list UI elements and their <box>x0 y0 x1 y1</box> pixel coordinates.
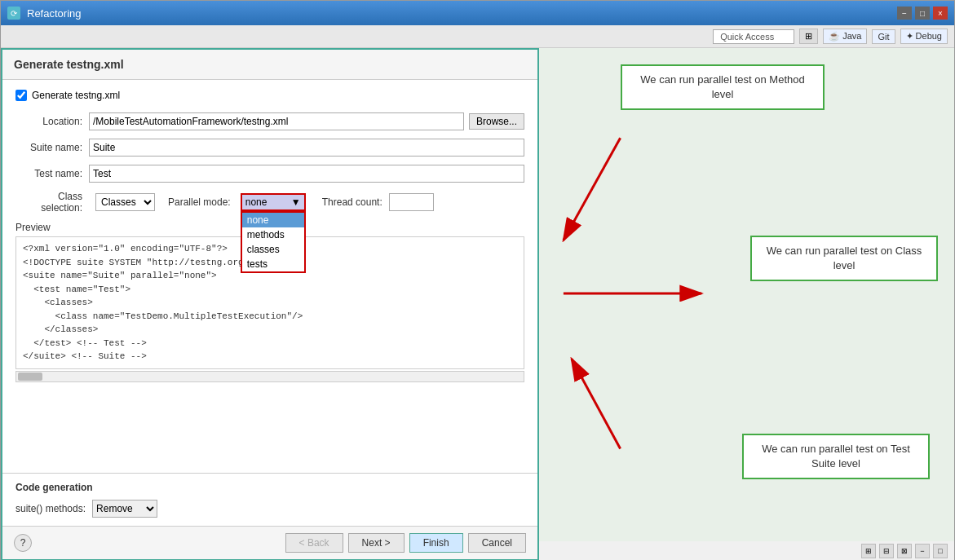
annotation-bottom-text: We can run parallel test on Test Suite l… <box>762 443 910 470</box>
dialog-content: Generate testng.xml Location: Browse... … <box>2 80 537 473</box>
secondary-btn-1[interactable]: ⊞ <box>861 544 876 558</box>
code-gen-row: suite() methods: Remove Keep Generate <box>15 500 524 518</box>
window-controls: − □ × <box>897 7 948 20</box>
location-row: Location: Browse... <box>15 112 524 130</box>
annotation-middle: We can run parallel test on Class level <box>750 236 938 281</box>
dialog-footer: ? < Back Next > Finish Cancel <box>2 526 537 559</box>
parallel-option-tests[interactable]: tests <box>242 257 304 271</box>
generate-checkbox-row: Generate testng.xml <box>15 90 524 101</box>
class-selection-label: Class selection: <box>15 191 89 214</box>
footer-left: ? <box>14 534 32 552</box>
test-input[interactable] <box>89 165 524 183</box>
parallel-option-methods[interactable]: methods <box>242 227 304 242</box>
java-perspective-button[interactable]: ☕ Java <box>823 29 867 44</box>
dropdown-arrow-icon: ▼ <box>291 196 301 208</box>
finish-button[interactable]: Finish <box>409 533 463 553</box>
close-button[interactable]: × <box>933 7 948 20</box>
annotation-panel: We can run parallel test on Method level… <box>539 48 954 560</box>
svg-line-1 <box>564 138 621 240</box>
browse-button[interactable]: Browse... <box>469 113 524 130</box>
suite-methods-dropdown[interactable]: Remove Keep Generate <box>92 500 157 518</box>
scrollbar-thumb <box>18 373 42 381</box>
maximize-button[interactable]: □ <box>915 7 930 20</box>
suite-methods-label: suite() methods: <box>15 503 86 514</box>
next-button[interactable]: Next > <box>348 533 405 553</box>
class-parallel-row: Class selection: Classes Methods Tests P… <box>15 191 524 214</box>
quick-access-input[interactable]: Quick Access <box>713 29 794 44</box>
toolbar-icon-1[interactable]: ⊞ <box>799 29 818 44</box>
parallel-mode-dropdown-container: none ▼ none methods classes tests <box>241 193 306 211</box>
minimize-button[interactable]: − <box>897 7 912 20</box>
git-perspective-button[interactable]: Git <box>872 29 895 44</box>
annotation-top-text: We can run parallel test on Method level <box>640 73 804 100</box>
main-window: ⟳ Refactoring − □ × Quick Access ⊞ ☕ Jav… <box>0 0 955 560</box>
parallel-mode-options: none methods classes tests <box>241 211 306 273</box>
eclipse-toolbar-right: Quick Access ⊞ ☕ Java Git ✦ Debug <box>713 29 948 44</box>
app-icon: ⟳ <box>7 7 20 20</box>
cancel-button[interactable]: Cancel <box>468 533 526 553</box>
annotation-top: We can run parallel test on Method level <box>621 64 825 110</box>
code-gen-section: Code generation suite() methods: Remove … <box>2 473 537 526</box>
location-input[interactable] <box>89 112 464 130</box>
dialog-title: Generate testng.xml <box>14 58 526 71</box>
annotation-middle-text: We can run parallel test on Class level <box>767 245 922 271</box>
debug-perspective-button[interactable]: ✦ Debug <box>900 29 948 44</box>
annotation-bottom: We can run parallel test on Test Suite l… <box>742 434 930 479</box>
window-title: Refactoring <box>27 7 81 20</box>
generate-checkbox-label: Generate testng.xml <box>32 90 120 101</box>
secondary-btn-4[interactable]: − <box>915 544 930 558</box>
thread-count-label: Thread count: <box>322 196 382 208</box>
svg-line-3 <box>572 359 621 448</box>
test-name-row: Test name: <box>15 165 524 183</box>
title-bar-left: ⟳ Refactoring <box>7 7 81 20</box>
suite-label: Suite name: <box>15 142 89 153</box>
parallel-mode-label: Parallel mode: <box>168 196 231 208</box>
parallel-mode-selected[interactable]: none ▼ <box>241 193 306 211</box>
title-bar: ⟳ Refactoring − □ × <box>1 1 954 25</box>
generate-checkbox[interactable] <box>15 90 27 101</box>
code-gen-title: Code generation <box>15 482 524 493</box>
location-label: Location: <box>15 116 89 127</box>
test-label: Test name: <box>15 168 89 179</box>
class-selection-dropdown[interactable]: Classes Methods Tests <box>95 193 155 211</box>
dialog-header: Generate testng.xml <box>2 50 537 80</box>
parallel-option-none[interactable]: none <box>242 213 304 227</box>
preview-scrollbar[interactable] <box>15 371 524 382</box>
parallel-option-classes[interactable]: classes <box>242 242 304 257</box>
secondary-btn-2[interactable]: ⊟ <box>879 544 894 558</box>
main-area: Generate testng.xml Generate testng.xml … <box>1 48 954 560</box>
footer-right: < Back Next > Finish Cancel <box>285 533 526 553</box>
parallel-selected-text: none <box>245 196 267 208</box>
eclipse-toolbar: Quick Access ⊞ ☕ Java Git ✦ Debug <box>1 25 954 48</box>
secondary-btn-3[interactable]: ⊠ <box>897 544 912 558</box>
secondary-btn-5[interactable]: □ <box>933 544 948 558</box>
suite-name-row: Suite name: <box>15 139 524 157</box>
arrow-overlay <box>539 48 954 560</box>
suite-input[interactable] <box>89 139 524 157</box>
thread-count-input[interactable] <box>389 193 434 211</box>
dialog-panel: Generate testng.xml Generate testng.xml … <box>1 48 539 560</box>
back-button[interactable]: < Back <box>285 533 343 553</box>
help-button[interactable]: ? <box>14 534 32 552</box>
eclipse-secondary-toolbar: ⊞ ⊟ ⊠ − □ <box>539 541 954 560</box>
